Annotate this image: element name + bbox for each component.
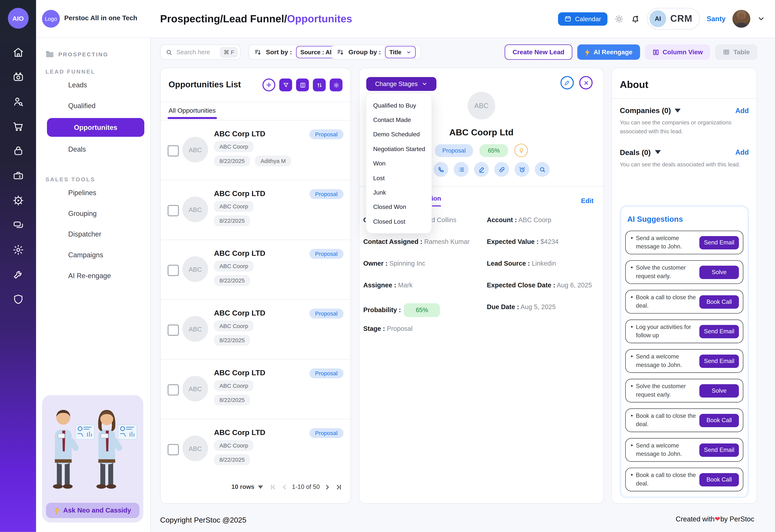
- opportunity-row[interactable]: ABC ABC Corp LTD ABC Coorp 8/22/2025 Pro…: [161, 360, 350, 419]
- close-detail-button[interactable]: [579, 76, 593, 89]
- stage-option[interactable]: Junk: [366, 185, 432, 200]
- edit-fields-link[interactable]: Edit: [581, 197, 594, 204]
- stage-option[interactable]: Closed Lost: [366, 214, 432, 229]
- tasks-list-action-icon[interactable]: [454, 162, 468, 177]
- field-label: Expected Value :: [487, 238, 539, 245]
- next-page-button[interactable]: [324, 483, 331, 491]
- send-email-button[interactable]: Send Email: [699, 236, 739, 249]
- theme-sun-icon[interactable]: [614, 14, 624, 23]
- change-stages-dropdown: Qualified to Buy Contact Made Demo Sched…: [366, 93, 432, 233]
- field-label: Due Date :: [487, 303, 519, 311]
- search-box[interactable]: ⌘ F: [160, 44, 241, 60]
- opportunity-row[interactable]: ABC ABC Corp LTD ABC Coorp 8/22/2025 Pro…: [161, 419, 350, 478]
- sidebar-item-deals[interactable]: Deals: [36, 139, 150, 160]
- add-opportunity-button[interactable]: [263, 78, 275, 91]
- bag-icon[interactable]: [12, 145, 24, 157]
- ask-neo-cassidy-button[interactable]: Ask Neo and Cassidy: [46, 503, 139, 518]
- sidebar-item-grouping[interactable]: Grouping: [36, 203, 150, 224]
- add-company-link[interactable]: Add: [735, 106, 749, 114]
- row-title: ABC Corp LTD: [214, 428, 265, 437]
- sidebar-item-ai-re-engage[interactable]: AI Re-engage: [36, 265, 150, 286]
- sidebar-item-pipelines[interactable]: Pipelines: [36, 182, 150, 203]
- change-stages-button[interactable]: Change Stages: [366, 77, 436, 91]
- ai-suggestions-box: AI Suggestions •Send a welcome message t…: [620, 206, 749, 498]
- row-avatar: ABC: [182, 197, 208, 222]
- automation-icon[interactable]: [12, 195, 24, 206]
- sidebar-item-opportunites[interactable]: Opportunites: [47, 118, 144, 137]
- column-view-button[interactable]: Column View: [645, 44, 710, 60]
- reminder-action-icon[interactable]: [514, 162, 529, 177]
- tab-all-opportunities[interactable]: All Opportunities: [168, 107, 216, 114]
- settings-icon[interactable]: [12, 244, 24, 256]
- chat-icon[interactable]: [12, 219, 24, 231]
- stage-option[interactable]: Demo Scheduled: [366, 127, 432, 142]
- calendar-button[interactable]: Calendar: [558, 12, 608, 26]
- cart-icon[interactable]: [12, 120, 24, 132]
- group-by-select[interactable]: Title: [385, 46, 416, 58]
- row-date-chip: 8/22/2025: [214, 215, 250, 226]
- lead-search-icon[interactable]: [12, 96, 24, 108]
- toolbox-icon[interactable]: [12, 170, 24, 182]
- chevron-down-icon[interactable]: [757, 15, 765, 23]
- sidebar-item-qualified[interactable]: Qualified: [36, 95, 150, 116]
- edit-action-icon[interactable]: [474, 162, 489, 177]
- home-icon[interactable]: [12, 47, 24, 58]
- tools-icon[interactable]: [12, 269, 24, 281]
- solve-button[interactable]: Solve: [699, 266, 739, 279]
- send-email-button[interactable]: Send Email: [699, 354, 739, 368]
- sidebar-item-dispatcher[interactable]: Dispatcher: [36, 224, 150, 244]
- search-action-icon[interactable]: [535, 162, 549, 177]
- row-checkbox[interactable]: [167, 145, 179, 157]
- sort-order-button[interactable]: [313, 78, 326, 91]
- send-email-button[interactable]: Send Email: [699, 325, 739, 338]
- suggestion-text: Solve the customer request early.: [636, 382, 700, 399]
- book-call-button[interactable]: Book Call: [699, 414, 739, 427]
- row-checkbox[interactable]: [167, 384, 179, 396]
- stage-option[interactable]: Closed Won: [366, 200, 432, 214]
- meetings-icon[interactable]: [12, 71, 24, 83]
- row-date-chip: 8/22/2025: [214, 275, 250, 286]
- opportunity-row[interactable]: ABC ABC Corp LTD ABC Coorp 8/22/2025 Pro…: [161, 180, 350, 240]
- sidebar-item-leads[interactable]: Leads: [36, 74, 150, 95]
- section-prospecting[interactable]: PROSPECTING: [36, 38, 150, 58]
- search-input[interactable]: [175, 48, 217, 56]
- row-checkbox[interactable]: [167, 324, 179, 336]
- opportunity-row[interactable]: ABC ABC Corp LTD ABC Coorp 8/22/2025 Pro…: [161, 240, 350, 300]
- row-checkbox[interactable]: [167, 265, 179, 276]
- book-call-button[interactable]: Book Call: [699, 295, 739, 309]
- security-icon[interactable]: [12, 293, 24, 305]
- first-page-button[interactable]: [269, 483, 277, 491]
- deals-header[interactable]: Deals (0): [620, 148, 661, 156]
- insight-bulb-icon[interactable]: [515, 144, 528, 157]
- row-checkbox[interactable]: [167, 444, 179, 455]
- book-call-button[interactable]: Book Call: [699, 473, 739, 486]
- edit-lead-button[interactable]: [560, 76, 574, 89]
- stage-option[interactable]: Qualified to Buy: [366, 98, 432, 113]
- stage-option[interactable]: Negotiation Started: [366, 142, 432, 156]
- row-checkbox[interactable]: [167, 205, 179, 216]
- stage-option[interactable]: Contact Made: [366, 113, 432, 127]
- list-settings-button[interactable]: [330, 78, 343, 91]
- create-new-lead-button[interactable]: Create New Lead: [505, 44, 572, 60]
- link-action-icon[interactable]: [494, 162, 509, 177]
- opportunity-row[interactable]: ABC ABC Corp LTD ABC Coorp 8/22/2025 Pro…: [161, 300, 350, 360]
- companies-header[interactable]: Companies (0): [620, 106, 681, 115]
- notifications-bell-icon[interactable]: [631, 14, 640, 23]
- ai-reengage-button[interactable]: AI Reengage: [577, 44, 640, 60]
- stage-option[interactable]: Lost: [366, 171, 432, 185]
- rows-per-page-select[interactable]: 10 rows: [232, 483, 263, 490]
- send-email-button[interactable]: Send Email: [699, 444, 739, 457]
- prev-page-button[interactable]: [281, 483, 288, 491]
- columns-button[interactable]: [296, 78, 309, 91]
- filter-button[interactable]: [279, 78, 292, 91]
- call-action-icon[interactable]: [433, 162, 448, 177]
- companies-label: Companies (0): [620, 106, 671, 115]
- table-view-button[interactable]: Table: [715, 44, 757, 60]
- add-deal-link[interactable]: Add: [735, 148, 749, 156]
- stage-option[interactable]: Won: [366, 156, 432, 171]
- solve-button[interactable]: Solve: [699, 384, 739, 398]
- last-page-button[interactable]: [335, 483, 343, 491]
- user-avatar[interactable]: [732, 10, 750, 28]
- opportunity-row[interactable]: ABC ABC Corp LTD ABC Coorp 8/22/2025Adit…: [161, 120, 350, 180]
- sidebar-item-campaigns[interactable]: Campaigns: [36, 244, 150, 265]
